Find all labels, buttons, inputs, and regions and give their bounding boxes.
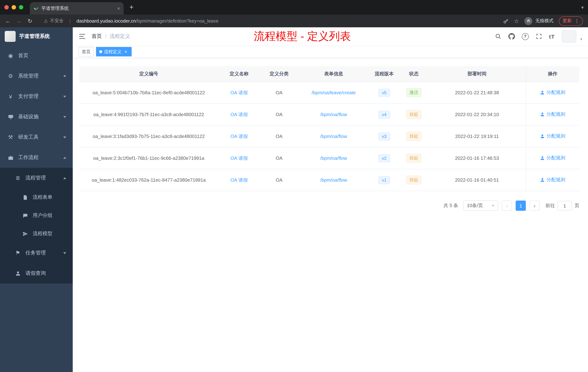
sidebar-item-task-mgmt[interactable]: ⚑ 任务管理 [0,243,73,263]
definition-name-link[interactable]: OA 请假 [230,133,248,139]
annotation-title: 流程模型 - 定义列表 [254,29,351,44]
close-window-button[interactable] [4,5,9,10]
sidebar-item-devtools[interactable]: ⚒ 研发工具 [0,127,73,147]
sidebar-toggle-icon[interactable] [79,33,86,40]
definition-name-link[interactable]: OA 请假 [230,90,248,95]
chevron-down-icon [63,75,66,77]
back-icon[interactable]: ← [5,18,10,24]
definition-name-link[interactable]: OA 请假 [230,177,248,183]
incognito-label: 无痕模式 [535,18,554,24]
reload-icon[interactable]: ↻ [28,18,32,24]
page-size-select[interactable]: 10条/页 [463,201,498,211]
password-key-icon[interactable] [503,18,509,24]
definition-name-link[interactable]: OA 请假 [230,111,248,117]
sidebar-item-label: 研发工具 [18,134,39,141]
update-button[interactable]: 更新 ⋮ [559,16,583,26]
version-tag: v4 [378,110,390,119]
search-icon[interactable] [495,33,502,40]
cell-category: OA [260,82,298,104]
url-text[interactable]: dashboard.yudao.iocoder.cn/bpm/manager/d… [76,18,218,24]
browser-menu-icon[interactable]: ⋮ [575,18,579,24]
sidebar-item-user-group[interactable]: 用户分组 [0,206,73,225]
next-page-button[interactable]: › [529,201,540,211]
page-size-value: 10条/页 [467,202,483,209]
font-size-icon[interactable]: tT [549,33,555,40]
cell-time: 2022-01-22 21:48:38 [428,82,526,104]
incognito-badge: 无痕模式 [524,17,554,25]
bookmark-star-icon[interactable]: ☆ [514,18,519,24]
tab-close-icon[interactable]: × [117,5,120,11]
prev-page-button[interactable]: ‹ [502,201,512,211]
sidebar-item-payment[interactable]: ¥ 支付管理 [0,86,73,107]
goto-page-input[interactable] [557,201,572,210]
cell-category: OA [260,169,298,191]
browser-tab[interactable]: 芋道管理系统 × [30,2,124,15]
table-row: oa_leave:2:3c1f0ef1-76b1-11ec-9c66-a2380… [79,147,579,169]
chevron-up-icon [63,157,66,159]
sidebar-item-label: 流程管理 [25,175,46,181]
assign-rule-button[interactable]: 分配规则 [540,111,566,118]
sidebar-item-workflow[interactable]: 工作流程 [0,147,73,168]
cell-id: oa_leave:4:991f2193-7b7f-11ec-a3c8-acde4… [79,104,218,125]
forward-icon[interactable]: → [16,18,22,24]
person-icon [540,178,545,182]
briefcase-icon [7,155,14,160]
tag-close-icon[interactable]: × [123,49,128,54]
pagination: 共 5 条 10条/页 ‹ 1 › 前往 页 [79,201,579,218]
goto-page: 前往 页 [546,201,579,210]
sidebar-item-process-mgmt[interactable]: ≣ 流程管理 [0,168,73,188]
tag-process-definition[interactable]: 流程定义 × [96,47,132,56]
form-link[interactable]: /bpm/oa/leave/create [312,90,356,95]
zoom-window-button[interactable] [19,5,23,10]
breadcrumb-home[interactable]: 首页 [92,33,102,40]
workflow-submenu: ≣ 流程管理 流程表单 用户分组 [0,168,73,284]
assign-rule-button[interactable]: 分配规则 [540,177,566,183]
form-link[interactable]: /bpm/oa/flow [320,155,347,161]
new-tab-button[interactable]: + [129,3,134,11]
minimize-window-button[interactable] [12,5,16,10]
sidebar-item-home[interactable]: ◉ 首页 [0,45,73,66]
tags-bar: 首页 流程定义 × [73,45,588,58]
version-tag: v3 [378,132,390,140]
definition-name-link[interactable]: OA 请假 [230,155,248,161]
form-link[interactable]: /bpm/oa/flow [320,177,347,183]
chevron-down-icon [63,116,66,118]
security-indicator[interactable]: ⚠ 不安全 [44,18,64,24]
col-header-category: 定义分类 [260,66,298,82]
assign-rule-button[interactable]: 分配规则 [540,89,566,96]
sidebar-item-process-form[interactable]: 流程表单 [0,188,73,206]
update-label: 更新 [563,18,572,24]
cell-id: oa_leave:3:1fad3d93-7b75-11ec-a3c8-acde4… [79,125,218,147]
sidebar-item-label: 流程模型 [33,230,52,237]
tag-home[interactable]: 首页 [79,47,94,56]
assign-rule-button[interactable]: 分配规则 [540,155,566,161]
col-header-actions: 操作 [526,66,579,82]
sidebar-item-leave-query[interactable]: 请假查询 [0,263,73,284]
form-link[interactable]: /bpm/oa/flow [320,134,347,139]
sidebar-filler [0,284,73,372]
sidebar-item-infra[interactable]: 基础设施 [0,107,73,127]
version-tag: v5 [378,89,390,97]
current-page-button[interactable]: 1 [516,201,526,211]
sidebar-item-system[interactable]: ⚙ 系统管理 [0,66,73,86]
tab-title: 芋道管理系统 [42,5,114,11]
help-icon[interactable]: ? [522,33,529,40]
incognito-icon [524,17,532,25]
cell-category: OA [260,104,298,125]
fullscreen-icon[interactable] [536,33,542,40]
col-header-id: 定义编号 [79,66,218,82]
document-icon [22,195,28,200]
favicon [33,6,39,11]
tab-search-icon[interactable]: ▾ [581,5,584,10]
sidebar-logo[interactable]: 芋道管理系统 [0,27,73,45]
avatar[interactable] [562,30,576,43]
github-icon[interactable] [508,33,515,40]
form-link[interactable]: /bpm/oa/flow [320,112,347,117]
tools-icon: ⚒ [7,134,14,141]
breadcrumb-current: 流程定义 [110,33,130,40]
assign-rule-button[interactable]: 分配规则 [540,133,566,140]
avatar-caret-icon[interactable]: ▾ [580,37,582,41]
sidebar-item-process-model[interactable]: 流程模型 [0,225,73,243]
cell-id: oa_leave:1:482ec033-762a-11ec-8477-a2380… [79,169,218,191]
col-header-time: 部署时间 [428,66,526,82]
